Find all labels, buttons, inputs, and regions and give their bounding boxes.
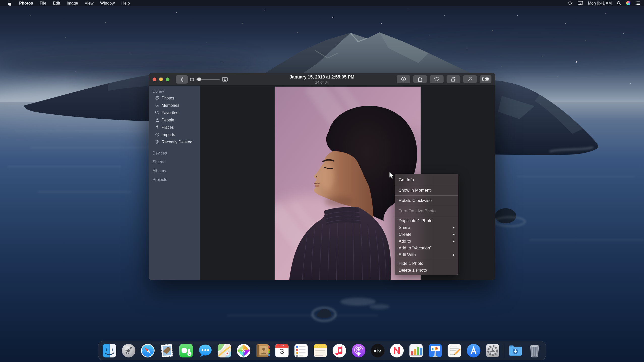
sidebar-item-label: Recently Deleted bbox=[162, 140, 192, 144]
submenu-arrow-icon bbox=[453, 254, 455, 256]
sidebar-item-places[interactable]: Places bbox=[149, 124, 200, 131]
mouse-cursor bbox=[389, 172, 396, 180]
menu-view[interactable]: View bbox=[81, 1, 97, 6]
calendar-day: 3 bbox=[274, 347, 290, 356]
trash-dock-icon[interactable] bbox=[526, 343, 543, 359]
title-bar: January 15, 2019 at 2:55:05 PM 14 of 34 bbox=[149, 73, 495, 86]
maps-dock-icon[interactable] bbox=[216, 343, 232, 359]
back-button[interactable] bbox=[176, 75, 188, 84]
calendar-month: JUN bbox=[274, 344, 290, 347]
window-title: January 15, 2019 at 2:55:05 PM bbox=[290, 74, 355, 80]
sidebar-item-memories[interactable]: Memories bbox=[149, 102, 200, 109]
menu-file[interactable]: File bbox=[36, 1, 50, 6]
apple-menu-icon[interactable] bbox=[5, 1, 14, 6]
desktop: Photos File Edit Image View Window Help … bbox=[0, 0, 644, 362]
tv-dock-icon[interactable]: tv bbox=[370, 343, 386, 359]
notification-center-icon[interactable] bbox=[635, 1, 640, 5]
menu-bar: Photos File Edit Image View Window Help … bbox=[0, 0, 644, 6]
sidebar-item-label: Memories bbox=[162, 103, 179, 108]
menu-photos[interactable]: Photos bbox=[16, 1, 36, 6]
pin-icon bbox=[155, 125, 159, 130]
photo-counter: 14 of 34 bbox=[290, 80, 355, 85]
favorite-button[interactable] bbox=[430, 75, 444, 83]
launchpad-dock-icon[interactable] bbox=[121, 343, 137, 359]
menu-item-show-in-moment[interactable]: Show in Moment bbox=[395, 185, 458, 195]
podcasts-dock-icon[interactable] bbox=[350, 343, 367, 359]
menu-item-create[interactable]: Create bbox=[395, 231, 458, 238]
system-preferences-dock-icon[interactable] bbox=[485, 343, 501, 359]
menu-window[interactable]: Window bbox=[97, 1, 118, 6]
menu-separator bbox=[395, 216, 458, 216]
menu-separator bbox=[395, 259, 458, 259]
zoom-slider[interactable] bbox=[190, 75, 228, 84]
sidebar-header-devices[interactable]: Devices bbox=[149, 149, 200, 158]
fullscreen-button[interactable] bbox=[166, 77, 169, 81]
sidebar-header-shared[interactable]: Shared bbox=[149, 158, 200, 166]
trash-icon bbox=[155, 140, 159, 144]
menu-edit[interactable]: Edit bbox=[50, 1, 63, 6]
safari-dock-icon[interactable] bbox=[140, 343, 156, 359]
auto-enhance-button[interactable] bbox=[463, 75, 477, 83]
menu-help[interactable]: Help bbox=[118, 1, 133, 6]
minimize-button[interactable] bbox=[159, 77, 163, 81]
context-menu: Get Info Show in Moment Rotate Clockwise… bbox=[395, 174, 458, 275]
music-dock-icon[interactable] bbox=[331, 343, 347, 359]
edit-button[interactable]: Edit bbox=[480, 75, 491, 83]
sidebar-item-people[interactable]: People bbox=[149, 116, 200, 124]
menu-item-add-to[interactable]: Add to bbox=[395, 238, 458, 245]
downloads-folder-dock-icon[interactable] bbox=[507, 343, 523, 359]
heart-icon bbox=[155, 111, 159, 115]
submenu-arrow-icon bbox=[453, 233, 455, 236]
wifi-icon[interactable] bbox=[568, 1, 573, 5]
messages-dock-icon[interactable] bbox=[197, 343, 213, 359]
notes-dock-icon[interactable] bbox=[312, 343, 328, 359]
app-store-dock-icon[interactable] bbox=[465, 343, 482, 359]
menu-item-add-to-vacation[interactable]: Add to “Vacation” bbox=[395, 245, 458, 251]
sidebar-header-library: Library bbox=[149, 86, 200, 94]
photos-dock-icon[interactable] bbox=[236, 343, 252, 359]
menubar-clock[interactable]: Mon 9:41 AM bbox=[588, 1, 612, 6]
airplay-display-icon[interactable] bbox=[578, 1, 583, 5]
share-button[interactable] bbox=[413, 75, 427, 83]
submenu-arrow-icon bbox=[453, 240, 455, 243]
menu-item-duplicate[interactable]: Duplicate 1 Photo bbox=[395, 217, 458, 224]
contacts-dock-icon[interactable] bbox=[255, 343, 271, 359]
calendar-dock-icon[interactable]: JUN 3 bbox=[274, 343, 290, 359]
mail-dock-icon[interactable] bbox=[159, 343, 175, 359]
close-button[interactable] bbox=[153, 77, 156, 81]
sidebar-item-photos[interactable]: Photos bbox=[149, 94, 200, 102]
zoom-slider-thumb[interactable] bbox=[197, 77, 201, 81]
menu-item-hide[interactable]: Hide 1 Photo bbox=[395, 260, 458, 267]
menu-item-delete[interactable]: Delete 1 Photo bbox=[395, 267, 458, 274]
rotate-button[interactable] bbox=[447, 75, 460, 83]
menu-item-rotate-clockwise[interactable]: Rotate Clockwise bbox=[395, 196, 458, 206]
zoom-slider-track[interactable] bbox=[196, 79, 220, 80]
spotlight-search-icon[interactable] bbox=[617, 1, 621, 5]
sidebar-header-albums[interactable]: Albums bbox=[149, 166, 200, 175]
menu-item-turn-on-live-photo: Turn On Live Photo bbox=[395, 206, 458, 216]
facetime-dock-icon[interactable] bbox=[178, 343, 194, 359]
menu-image[interactable]: Image bbox=[63, 1, 81, 6]
zoom-in-photo-icon bbox=[222, 77, 228, 82]
zoom-out-thumbnails-icon bbox=[190, 78, 194, 81]
reminders-dock-icon[interactable] bbox=[293, 343, 309, 359]
menu-item-get-info[interactable]: Get Info bbox=[395, 175, 458, 185]
sidebar-item-recently-deleted[interactable]: Recently Deleted bbox=[149, 138, 200, 146]
sidebar-item-label: People bbox=[162, 118, 174, 122]
news-dock-icon[interactable] bbox=[389, 343, 405, 359]
sidebar: Library Photos Memories Favorites People bbox=[149, 86, 200, 280]
menu-item-edit-with[interactable]: Edit With bbox=[395, 251, 458, 258]
menu-item-share[interactable]: Share bbox=[395, 224, 458, 231]
finder-dock-icon[interactable] bbox=[101, 343, 118, 359]
tv-label: tv bbox=[372, 348, 386, 354]
numbers-dock-icon[interactable] bbox=[408, 343, 424, 359]
sidebar-header-projects[interactable]: Projects bbox=[149, 175, 200, 184]
memories-icon bbox=[155, 103, 159, 108]
sidebar-item-favorites[interactable]: Favorites bbox=[149, 109, 200, 116]
keynote-dock-icon[interactable] bbox=[427, 343, 443, 359]
pages-dock-icon[interactable] bbox=[446, 343, 462, 359]
siri-icon[interactable] bbox=[626, 1, 630, 5]
sidebar-item-imports[interactable]: Imports bbox=[149, 131, 200, 138]
info-button[interactable] bbox=[397, 75, 410, 83]
submenu-arrow-icon bbox=[453, 226, 455, 229]
